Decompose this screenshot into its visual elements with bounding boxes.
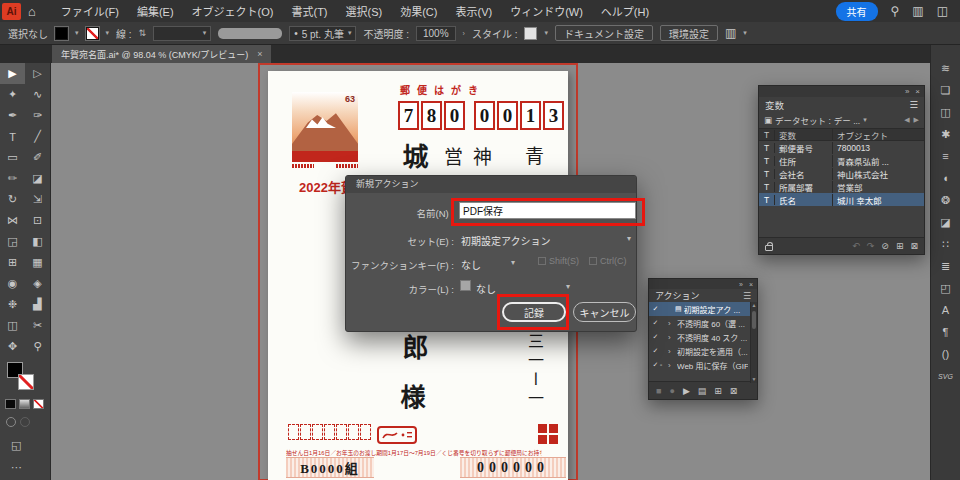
fill-color-swatch[interactable] [55,27,68,40]
variable-row[interactable]: T 郵便番号 7800013 [759,141,924,154]
new-year-stamp[interactable]: 63 [292,92,358,162]
paintbrush-tool[interactable]: ✐ [25,147,50,168]
asset-export-panel-icon[interactable]: ✱ [931,123,960,145]
next-dataset-arrow-icon[interactable]: ▶ [914,116,919,124]
action-expand-arrow[interactable]: › [668,361,675,370]
magic-wand-tool[interactable]: ✦ [0,84,25,105]
type-tool[interactable]: T [0,126,25,147]
capture-dataset-icon[interactable]: ▣ [764,115,772,125]
symbol-sprayer-tool[interactable]: ❉ [0,294,25,315]
artboard-tool[interactable]: ◫ [0,315,25,336]
artboards-panel-icon[interactable]: ◫ [931,101,960,123]
width-tool[interactable]: ⋈ [0,210,25,231]
draw-behind-icon[interactable] [20,417,30,427]
arrange-documents-icon[interactable]: ▥ [912,4,923,18]
fill-caret-icon[interactable]: ▾ [75,29,79,37]
pen-tool[interactable]: ✒ [0,105,25,126]
opacity-value[interactable]: 100% [416,26,456,41]
menu-item[interactable]: ファイル(F) [52,3,128,19]
postcard-header-text[interactable]: 郵便はがき [400,82,485,97]
selection-tool[interactable]: ▶ [0,63,25,84]
lasso-tool[interactable]: ∿ [25,84,50,105]
panel-menu-icon[interactable]: ☰ [909,99,918,110]
menu-item[interactable]: 表示(V) [446,3,501,19]
free-transform-tool[interactable]: ⊡ [25,210,50,231]
swatches-panel-icon[interactable]: ◪ [931,211,960,233]
change-screen-mode-icon[interactable]: ◱ [11,439,21,452]
variable-row[interactable]: T 住所 青森県弘前 ... [759,154,924,167]
search-icon[interactable]: ⚲ [891,4,900,18]
color-button[interactable] [5,399,16,409]
menu-item[interactable]: ヘルプ(H) [592,3,658,19]
color-panel-icon[interactable]: ❂ [931,189,960,211]
collapse-panel-icon[interactable]: » [905,87,909,96]
zoom-tool[interactable]: ⚲ [25,336,50,357]
menu-item[interactable]: 編集(E) [128,3,183,19]
lock-icon[interactable] [765,245,773,251]
chevron-down-icon[interactable]: ▾ [743,29,747,37]
align-panel-icon[interactable]: ≣ [931,255,960,277]
document-tab[interactable]: 年賀宛名面.ai* @ 98.04 % (CMYK/プレビュー) × [52,45,271,63]
gradient-panel-icon[interactable]: ◖ [931,167,960,189]
workspace-switcher-icon[interactable]: ◫ [937,4,948,18]
action-enabled-check[interactable]: ✓ [651,333,660,341]
delete-variable-icon[interactable]: ⊠ [910,241,918,251]
postal-code-digit[interactable]: 1 [520,101,541,130]
next-dataset-icon[interactable]: ↷ [867,241,875,251]
action-row[interactable]: ✓ › 不透明度 40 スク ... [649,330,757,344]
menu-item[interactable]: オブジェクト(O) [183,3,283,19]
character-panel-icon[interactable]: A [931,299,960,321]
preferences-button[interactable]: 環境設定 [660,25,718,41]
postal-code-digit[interactable]: 7 [398,101,419,130]
new-variable-icon[interactable]: ⊞ [896,241,904,251]
app-logo-icon[interactable]: Ai [2,3,21,20]
eraser-tool[interactable]: ◪ [25,168,50,189]
tab-actions[interactable]: アクション [655,289,700,302]
share-button[interactable]: 共有 [836,2,878,21]
address-number-text[interactable]: 三一ー一 [522,333,546,409]
close-panel-icon[interactable]: × [915,87,920,96]
action-expand-arrow[interactable]: › [668,319,675,328]
direct-selection-tool[interactable]: ▷ [25,63,50,84]
opacity-chevron-icon[interactable]: › [463,30,465,37]
document-setup-button[interactable]: ドキュメント設定 [555,25,653,41]
lottery-serial-number[interactable]: 000000 [460,457,566,478]
home-icon[interactable]: ⌂ [28,4,36,19]
stroke-weight-stepper[interactable]: ⇅ [139,28,147,38]
action-row[interactable]: ✓ ▤ 初期設定アク ... [649,302,757,316]
mesh-tool[interactable]: ⊞ [0,252,25,273]
unbind-variable-icon[interactable]: ⊘ [881,241,889,251]
scroll-up-icon[interactable]: ▲ [751,302,757,309]
menu-item[interactable]: 選択(S) [337,3,392,19]
opentype-panel-icon[interactable]: () [931,343,960,365]
symbols-panel-icon[interactable]: ∷ [931,233,960,255]
style-caret-icon[interactable]: ▾ [544,29,548,37]
actions-scrollbar[interactable]: ▲ ▼ [750,302,757,383]
menu-item[interactable]: 効果(C) [391,3,446,19]
rectangle-tool[interactable]: ▭ [0,147,25,168]
variable-row[interactable]: T 氏名 城川 幸太郎 [759,193,924,206]
action-row[interactable]: ✓ › 不透明度 60（選 ... [649,316,757,330]
action-enabled-check[interactable]: ✓ [651,347,660,355]
shape-builder-tool[interactable]: ◲ [0,231,25,252]
line-segment-tool[interactable]: ╱ [25,126,50,147]
recipient-name-text-top[interactable]: 城 [394,143,431,169]
gradient-tool[interactable]: ▦ [25,252,50,273]
hand-tool[interactable]: ✥ [0,336,25,357]
scroll-down-icon[interactable]: ▼ [751,376,757,383]
fkey-caret-icon[interactable]: ▾ [511,258,515,267]
svg-interactivity-panel-icon[interactable]: SVG [931,365,960,387]
properties-panel-icon[interactable]: ≋ [931,57,960,79]
set-caret-icon[interactable]: ▾ [627,234,631,243]
scale-tool[interactable]: ⇲ [25,189,50,210]
rotate-tool[interactable]: ↻ [0,189,25,210]
close-tab-icon[interactable]: × [257,49,262,59]
play-selection-icon[interactable]: ▶ [683,386,690,396]
delete-action-icon[interactable]: ⊠ [730,386,738,396]
panel-menu-icon[interactable]: ☰ [743,291,751,301]
dataset-caret-icon[interactable]: ▾ [863,116,867,124]
close-panel-icon[interactable]: × [749,281,753,288]
color-dropdown[interactable]: なし [476,281,496,296]
postal-code-digit[interactable]: 0 [497,101,518,130]
action-row[interactable]: ✓ › 初期設定を適用（... [649,344,757,358]
